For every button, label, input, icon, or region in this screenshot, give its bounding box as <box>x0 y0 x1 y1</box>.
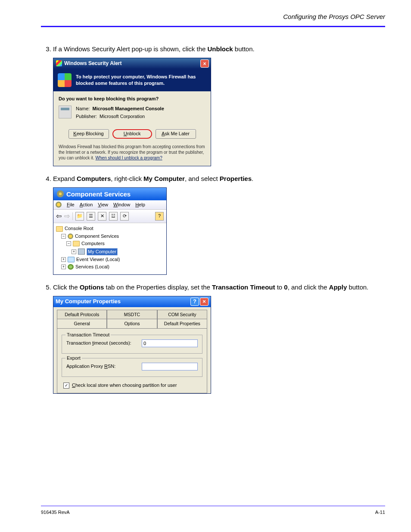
forward-icon[interactable]: ⇨ <box>64 212 70 221</box>
transaction-timeout-label: Transaction timeout (seconds): <box>66 340 131 346</box>
close-icon[interactable]: × <box>200 59 209 68</box>
tab-default-protocols[interactable]: Default Protocols <box>57 310 107 319</box>
help-icon[interactable]: ? <box>190 298 199 306</box>
application-icon <box>59 106 72 118</box>
unblock-button[interactable]: UnblockUnblock <box>112 129 152 138</box>
tree-event-viewer[interactable]: +Event Viewer (Local) <box>61 256 164 263</box>
minus-icon[interactable]: − <box>66 241 71 246</box>
mcp-titlebar: My Computer Properties ? × <box>53 296 211 307</box>
component-services-window: Component Services File Action View Wind… <box>53 187 167 275</box>
gear-icon <box>57 190 64 197</box>
wsa-title-text: Windows Security Alert <box>64 60 121 67</box>
plus-icon[interactable]: + <box>61 264 66 269</box>
check-local-store-label: Check local store when choosing partitio… <box>72 382 177 389</box>
tab-general[interactable]: General <box>57 319 107 328</box>
transaction-timeout-group: Transaction Timeout Transaction timeout … <box>62 335 202 354</box>
step-4-t3: , and select <box>185 175 220 182</box>
wsa-pub-label: Publisher: <box>76 114 97 119</box>
wsa-blue-msg: To help protect your computer, Windows F… <box>76 74 206 87</box>
checkbox-icon[interactable]: ✓ <box>63 383 69 389</box>
folder-icon <box>56 226 63 232</box>
menu-window[interactable]: Window <box>113 202 130 208</box>
wsa-pub-value: Microsoft Corporation <box>100 114 145 119</box>
tab-msdtc[interactable]: MSDTC <box>107 310 157 319</box>
menu-file[interactable]: File <box>67 202 75 208</box>
step-5-b1: Options <box>80 283 104 291</box>
step-4-b3: Properties <box>220 175 252 182</box>
step-4-b2: My Computer <box>143 175 185 182</box>
export-group: Export Application Proxy RSN: <box>62 358 202 377</box>
menu-view[interactable]: View <box>98 202 108 208</box>
step-4-t4: . <box>252 175 253 182</box>
tree-services-local[interactable]: +Services (Local) <box>61 263 164 271</box>
wsa-footer: Windows Firewall has blocked this progra… <box>59 144 206 161</box>
options-panel: Transaction Timeout Transaction timeout … <box>57 328 207 393</box>
menu-help[interactable]: Help <box>135 202 145 208</box>
step-4-t1: Expand <box>53 175 77 182</box>
application-proxy-rsn-input[interactable] <box>142 363 198 370</box>
footer-left: 916435 RevA <box>41 510 70 515</box>
wsa-name-label: Name: <box>76 106 90 111</box>
tree-my-computer[interactable]: +My Computer <box>72 248 164 256</box>
wsa-blue-banner: To help protect your computer, Windows F… <box>53 69 211 91</box>
folder-icon <box>68 257 75 262</box>
folder-icon <box>73 241 80 246</box>
refresh-icon[interactable]: ⟳ <box>120 212 129 221</box>
tab-default-properties[interactable]: Default Properties <box>157 319 207 328</box>
step-5-b4: Apply <box>329 283 347 291</box>
shield-large-icon <box>58 73 72 87</box>
wsa-foot-link[interactable]: When should I unblock a program? <box>96 156 162 160</box>
menu-action[interactable]: Action <box>80 202 93 208</box>
step-3-text: If a Windows Security Alert pop-up is sh… <box>53 45 207 53</box>
transaction-timeout-input[interactable] <box>142 339 198 347</box>
step-5-t5: button. <box>347 283 368 291</box>
help-icon[interactable]: ? <box>155 212 164 221</box>
windows-security-alert-dialog: Windows Security Alert × To help protect… <box>53 58 211 166</box>
services-icon <box>68 264 74 270</box>
my-computer-properties-dialog: My Computer Properties ? × Default Proto… <box>53 296 211 394</box>
close-icon[interactable]: × <box>200 298 209 306</box>
step-3-after: button. <box>233 45 255 53</box>
computer-icon <box>78 249 85 255</box>
back-icon[interactable]: ⇦ <box>56 212 62 221</box>
footer-right: A-11 <box>375 510 385 515</box>
plus-icon[interactable]: + <box>72 249 76 254</box>
wsa-titlebar: Windows Security Alert × <box>53 58 211 69</box>
cs-title-text: Component Services <box>66 190 131 199</box>
wsa-pub-row: Publisher: Microsoft Corporation <box>76 113 164 120</box>
delete-icon[interactable]: ✕ <box>98 212 106 221</box>
tree-computers[interactable]: −Computers <box>66 240 164 247</box>
check-local-store-row[interactable]: ✓ Check local store when choosing partit… <box>62 381 202 389</box>
list-icon[interactable]: ☰ <box>87 212 95 221</box>
tab-options[interactable]: Options <box>107 319 157 328</box>
cs-app-icon <box>56 202 62 208</box>
step-5: Click the Options tab on the Properties … <box>53 283 385 394</box>
wsa-question: Do you want to keep blocking this progra… <box>59 96 206 102</box>
properties-icon[interactable]: ☳ <box>109 212 118 221</box>
header-section-title: Configuring the Prosys OPC Server <box>283 13 385 20</box>
shield-icon <box>56 60 62 66</box>
tab-com-security[interactable]: COM Security <box>157 310 207 319</box>
step-3: If a Windows Security Alert pop-up is sh… <box>53 44 385 166</box>
cs-tree: Console Root −Component Services −Comput… <box>53 223 166 274</box>
cs-menubar: File Action View Window Help <box>53 200 166 210</box>
up-folder-icon[interactable]: 📁 <box>75 212 84 221</box>
step-5-b2: Transaction Timeout <box>212 283 275 291</box>
step-5-t4: , and click the <box>288 283 329 291</box>
ask-me-later-button[interactable]: Ask Me LaterAsk Me Later <box>156 129 196 138</box>
step-5-t2: tab on the Properties display, set the <box>104 283 212 291</box>
gear-icon <box>68 233 73 239</box>
tree-console-root[interactable]: Console Root <box>56 225 164 232</box>
step-4-b1: Computers <box>77 175 111 182</box>
step-4-t2: , right-click <box>111 175 143 182</box>
wsa-name-value: Microsoft Management Console <box>93 106 164 111</box>
plus-icon[interactable]: + <box>61 257 66 262</box>
mcp-title-text: My Computer Properties <box>56 298 121 305</box>
tree-component-services[interactable]: −Component Services <box>61 233 164 240</box>
application-proxy-rsn-label: Application Proxy RSN: <box>66 363 115 370</box>
step-5-t3: to <box>275 283 284 291</box>
keep-blocking-button[interactable]: KKeep Blockingeep Blocking <box>68 129 109 138</box>
minus-icon[interactable]: − <box>61 234 66 239</box>
cs-titlebar: Component Services <box>53 188 166 200</box>
header-rule <box>41 26 385 27</box>
